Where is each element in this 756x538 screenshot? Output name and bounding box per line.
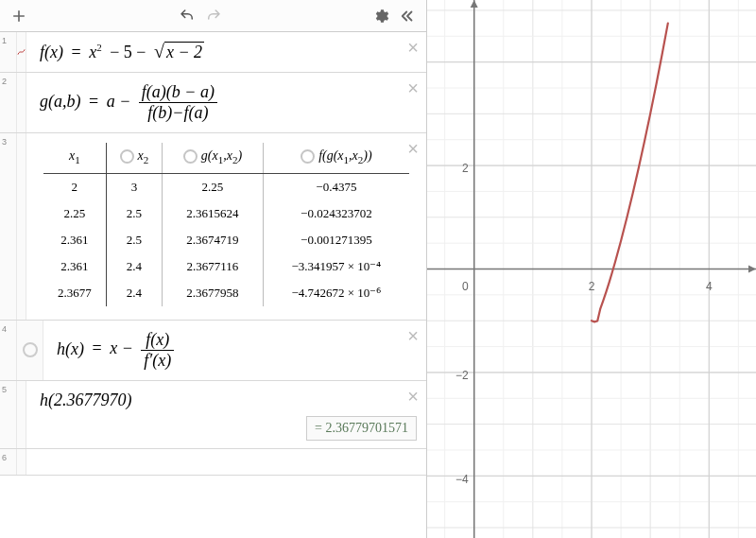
table-cell[interactable]: −3.341957 × 10⁻⁴ [263,253,409,280]
table-cell[interactable]: 2.361 [43,253,106,280]
row-index: 6 [0,449,17,475]
graph-canvas[interactable]: 0242−2−4 [427,0,756,538]
svg-text:−4: −4 [455,473,469,486]
app-root: 1 × f(x) = x2 − 5 − √x − 2 [0,0,756,538]
row-index: 4 [0,321,17,380]
graph-panel[interactable]: 0242−2−4 [427,0,756,538]
chevron-double-left-icon [399,8,416,25]
svg-text:2: 2 [589,280,595,293]
row-index: 5 [0,381,17,448]
table-row[interactable]: 2.3612.42.3677116−3.341957 × 10⁻⁴ [43,253,409,280]
function-color-icon[interactable] [17,42,26,62]
undo-button[interactable] [174,3,200,29]
table-cell[interactable]: 2.4 [106,280,162,306]
svg-text:−2: −2 [455,369,469,382]
delete-row-button[interactable]: × [407,139,419,158]
expression-content[interactable]: f(x) = x2 − 5 − √x − 2 [40,42,204,62]
table-header-x1[interactable]: x1 [43,143,106,173]
svg-text:4: 4 [706,280,713,293]
table-row[interactable]: 2.36772.42.3677958−4.742672 × 10⁻⁶ [43,280,409,306]
table-cell[interactable]: −4.742672 × 10⁻⁶ [263,280,409,306]
expression-row-6-empty[interactable]: 6 [0,449,426,476]
expression-row-3-table[interactable]: 3 × x1 x2 g(x1,x2) f(g(x1,x2)) [0,133,426,321]
toolbar [0,0,426,32]
row-index: 3 [0,133,17,320]
evaluation-result: = 2.36779701571 [306,416,417,441]
table-cell[interactable]: 3 [106,173,162,200]
expression-row-5[interactable]: 5 × h(2.3677970) = 2.36779701571 [0,381,426,449]
delete-row-button[interactable]: × [407,387,419,406]
delete-row-button[interactable]: × [407,326,419,345]
table-cell[interactable]: 2.3677958 [163,280,264,306]
expression-row-1[interactable]: 1 × f(x) = x2 − 5 − √x − 2 [0,32,426,73]
table-cell[interactable]: 2.4 [106,253,162,280]
table-cell[interactable]: −0.024323702 [263,200,409,227]
svg-text:0: 0 [462,280,469,293]
column-color-circle[interactable] [301,149,315,164]
collapse-panel-button[interactable] [394,3,421,29]
table-cell[interactable]: 2.5 [106,200,162,227]
table-header-g[interactable]: g(x1,x2) [163,143,264,173]
expression-row-4[interactable]: 4 × h(x) = x − f(x) f′(x) [0,321,426,381]
table-cell[interactable]: 2.25 [43,200,106,227]
table-header-fg[interactable]: f(g(x1,x2)) [263,143,409,173]
data-table[interactable]: x1 x2 g(x1,x2) f(g(x1,x2)) 232.25−0.4375… [43,143,409,306]
svg-text:2: 2 [462,162,469,175]
table-cell[interactable]: 2 [43,173,106,200]
row-index: 1 [0,32,17,72]
expression-row-2[interactable]: 2 × g(a,b) = a − f(a)(b − a) f(b)−f(a) [0,73,426,133]
expression-list: 1 × f(x) = x2 − 5 − √x − 2 [0,32,426,538]
table-cell[interactable]: 2.3677116 [163,253,264,280]
delete-row-button[interactable]: × [407,78,419,97]
settings-button[interactable] [368,3,394,29]
table-cell[interactable]: 2.5 [106,227,162,253]
table-cell[interactable]: 2.361 [43,227,106,253]
table-cell[interactable]: −0.4375 [263,173,409,200]
table-cell[interactable]: 2.25 [163,173,264,200]
expression-panel: 1 × f(x) = x2 − 5 − √x − 2 [0,0,427,538]
expression-content[interactable]: g(a,b) = a − f(a)(b − a) f(b)−f(a) [40,82,217,123]
row-color-circle[interactable] [23,342,38,357]
table-header-x2[interactable]: x2 [106,143,162,173]
row-index: 2 [0,73,17,132]
table-row[interactable]: 2.252.52.3615624−0.024323702 [43,200,409,227]
gear-icon [372,8,389,25]
add-expression-button[interactable] [6,3,32,29]
table-row[interactable]: 2.3612.52.3674719−0.001271395 [43,227,409,253]
redo-button[interactable] [200,3,227,29]
expression-content[interactable]: h(x) = x − f(x) f′(x) [57,330,174,371]
column-color-circle[interactable] [183,149,198,164]
delete-row-button[interactable]: × [407,38,419,57]
column-color-circle[interactable] [120,149,134,164]
table-cell[interactable]: 2.3677 [43,280,106,306]
table-cell[interactable]: 2.3674719 [163,227,264,253]
table-row[interactable]: 232.25−0.4375 [43,173,409,200]
expression-content[interactable]: h(2.3677970) [40,390,132,410]
table-cell[interactable]: −0.001271395 [263,227,409,253]
table-cell[interactable]: 2.3615624 [163,200,264,227]
